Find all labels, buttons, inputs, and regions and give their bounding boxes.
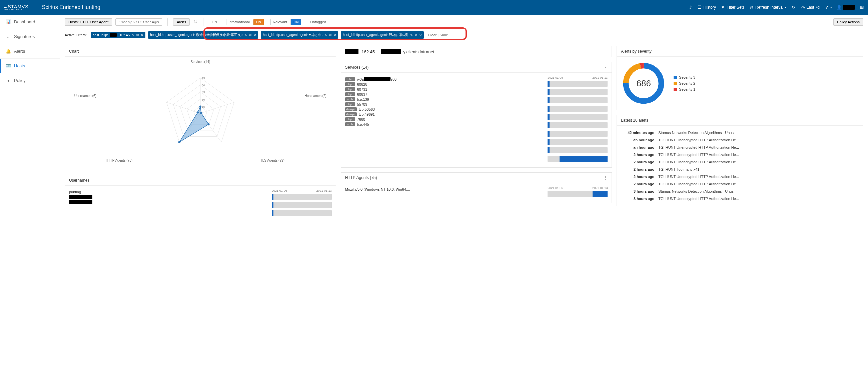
svg-text:75: 75 <box>202 77 205 80</box>
sparkline <box>548 89 608 95</box>
service-label: 60828 <box>357 82 368 86</box>
alert-row[interactable]: 2 hours agoTGI HUNT Unencrypted HTTP Aut… <box>621 158 859 166</box>
close-icon[interactable]: ✕ <box>419 33 422 37</box>
axis-label: Hostnames (2) <box>305 94 327 98</box>
history-link[interactable]: ☰History <box>698 5 716 10</box>
service-row[interactable]: dcerpctcp:49691 <box>345 112 545 116</box>
service-row[interactable]: tcp7680 <box>345 117 545 121</box>
close-icon[interactable]: ✕ <box>334 33 336 37</box>
username-row[interactable]: printing <box>69 190 269 194</box>
usernames-card: Usernames printing 2021-01-062021-01-13 <box>65 175 336 222</box>
clear-filters-link[interactable]: Clear <box>428 33 436 37</box>
service-row[interactable]: smbtcp:139 <box>345 97 545 101</box>
alert-time: 3 hours ago <box>621 197 654 201</box>
alert-row[interactable]: an hour agoTGI HUNT Unencrypted HTTP Aut… <box>621 136 859 144</box>
sidebar-item-hosts[interactable]: 🪪Hosts <box>0 59 60 73</box>
service-row[interactable]: tcp60828 <box>345 82 545 86</box>
sidebar-item-dashboard[interactable]: 📊Dashboard <box>0 15 60 29</box>
sidebar-item-signatures[interactable]: 🛡Signatures <box>0 29 60 44</box>
alert-time: an hour ago <box>621 138 654 142</box>
svg-point-12 <box>200 112 202 114</box>
edit-icon[interactable]: ✎ <box>132 33 134 37</box>
toggle-untagged[interactable]: ON <box>290 19 308 25</box>
close-icon[interactable]: ✕ <box>253 33 256 37</box>
toggle-relevant[interactable]: ON <box>253 19 271 25</box>
alert-time: 2 hours ago <box>621 160 654 164</box>
more-icon[interactable]: ⋮ <box>603 175 608 180</box>
alert-row[interactable]: an hour agoTGI HUNT Unencrypted HTTP Aut… <box>621 144 859 151</box>
card-title: Latest 10 alerts <box>621 118 648 123</box>
filter-chip[interactable]: host_id.ip: .162.45 ✎⧉✕ <box>91 32 145 38</box>
save-filters-link[interactable]: Save <box>439 33 448 37</box>
username-row[interactable] <box>69 200 269 204</box>
filter-chip[interactable]: host_id.http.user_agent.agent: 野ᴗ俪ᴗ聽ᴗ窖 ✎… <box>341 31 424 39</box>
edit-icon[interactable]: ✎ <box>244 33 247 37</box>
toggle-informational[interactable]: ON <box>209 19 226 25</box>
filter-chip[interactable]: host_id.http.user_agent.agent: ᴥᴗ苔;삿ᴗ ✎⧉… <box>261 31 338 39</box>
alert-row[interactable]: 42 minutes agoStamus Networks Detection … <box>621 129 859 136</box>
alert-time: 3 hours ago <box>621 189 654 193</box>
policy-actions-button[interactable]: Policy Actions <box>833 18 863 26</box>
time-range-dropdown[interactable]: ◷Last 7d <box>801 5 820 10</box>
service-row[interactable]: tlsw0a986 <box>345 77 545 81</box>
refresh-icon[interactable]: ⟳ <box>791 5 796 10</box>
alert-row[interactable]: 2 hours agoTGI HUNT Too many x41 <box>621 166 859 173</box>
alert-row[interactable]: 2 hours agoTGI HUNT Unencrypted HTTP Aut… <box>621 151 859 158</box>
edit-icon[interactable]: ✎ <box>324 33 327 37</box>
copy-icon[interactable]: ⧉ <box>415 33 417 37</box>
sparkline <box>548 131 608 137</box>
more-icon[interactable]: ⋮ <box>855 49 859 54</box>
upload-icon[interactable]: ⤴ <box>688 5 693 10</box>
user-menu[interactable]: 👤 <box>837 5 855 10</box>
proto-tag: tcp <box>345 87 355 91</box>
sparkline <box>548 106 608 112</box>
sort-icon[interactable]: ⇅ <box>193 20 198 24</box>
alert-row[interactable]: 3 hours agoStamus Networks Detection Alg… <box>621 188 859 195</box>
copy-icon[interactable]: ⧉ <box>249 33 251 37</box>
legend-item: Severity 1 <box>674 87 695 91</box>
axis-label: HTTP Agents (75) <box>106 159 132 162</box>
alert-row[interactable]: 2 hours agoTGI HUNT Unencrypted HTTP Aut… <box>621 173 859 180</box>
copy-icon[interactable]: ⧉ <box>136 33 139 37</box>
severity-total: 686 <box>620 60 667 107</box>
service-label: 60731 <box>357 87 368 91</box>
sidebar-item-alerts[interactable]: 🔔Alerts <box>0 44 60 59</box>
more-icon[interactable]: ⋮ <box>603 65 608 70</box>
filter-sets-link[interactable]: ▼Filter Sets <box>721 5 745 10</box>
proto-tag: dcerpc <box>345 107 357 111</box>
help-icon[interactable]: ?▾ <box>824 5 832 10</box>
svg-text:60: 60 <box>202 84 205 87</box>
proto-tag: tcp <box>345 92 355 96</box>
close-icon[interactable]: ✕ <box>141 33 144 37</box>
filter-input[interactable] <box>115 18 162 26</box>
shield-icon: 🛡 <box>6 34 11 39</box>
http-agent-row[interactable]: Mozilla/5.0 (Windows NT 10.0; Win64;... <box>345 187 545 191</box>
alert-row[interactable]: 3 hours agoTGI HUNT Unencrypted HTTP Aut… <box>621 195 859 202</box>
alert-row[interactable]: 2 hours agoTGI HUNT Unencrypted HTTP Aut… <box>621 180 859 188</box>
filter-chip[interactable]: host_id.http.user_agent.agent: 数滞硅整学析侄挽牵… <box>148 31 258 39</box>
service-label: 60837 <box>357 92 368 96</box>
service-row[interactable]: smbtcp:445 <box>345 122 545 126</box>
proto-tag: tcp <box>345 102 355 106</box>
service-row[interactable]: tcp60731 <box>345 87 545 91</box>
username-row[interactable] <box>69 195 269 199</box>
refresh-interval-dropdown[interactable]: ◷Refresh Interval▾ <box>749 5 787 10</box>
service-row[interactable]: dcerpctcp:50563 <box>345 107 545 111</box>
svg-text:15: 15 <box>202 105 205 108</box>
sidebar: 📊Dashboard 🛡Signatures 🔔Alerts 🪪Hosts ▾P… <box>0 15 60 230</box>
alert-time: 2 hours ago <box>621 175 654 179</box>
copy-icon[interactable]: ⧉ <box>329 33 332 37</box>
more-icon[interactable]: ⋮ <box>855 118 859 123</box>
sparkline <box>548 122 608 128</box>
sparkline <box>548 97 608 103</box>
apps-icon[interactable]: ▦ <box>859 5 864 10</box>
sidebar-item-policy[interactable]: ▾Policy <box>0 73 60 88</box>
proto-tag: tls <box>345 77 355 81</box>
service-row[interactable]: tcp55709 <box>345 102 545 106</box>
edit-icon[interactable]: ✎ <box>410 33 413 37</box>
hosts-dimension-button[interactable]: Hosts: HTTP User Agent <box>65 18 112 26</box>
sparkline <box>548 139 608 145</box>
service-row[interactable]: tcp60837 <box>345 92 545 96</box>
alerts-button[interactable]: Alerts <box>173 18 190 26</box>
redacted-hostname-prefix <box>381 49 401 54</box>
